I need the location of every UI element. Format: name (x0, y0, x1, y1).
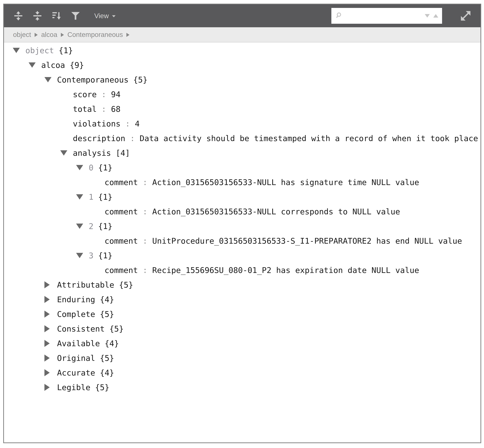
tree-row: description : Data activity should be ti… (4, 131, 480, 146)
tree-row: 3{1} (4, 248, 480, 263)
node-key: Available (57, 339, 100, 348)
node-value: UnitProcedure_03156503156533-S_I1-PREPAR… (152, 236, 462, 246)
expand-node-icon (44, 311, 50, 318)
node-value: Action_03156503156533-NULL has signature… (152, 178, 419, 187)
tree-row: 2{1} (4, 219, 480, 233)
search-next-icon[interactable] (425, 14, 430, 18)
node-count: {1} (98, 251, 113, 260)
node-key: Complete (57, 310, 95, 319)
collapse-node-toggle[interactable] (76, 224, 89, 229)
tree-row: object{1} (4, 43, 480, 58)
key-value-separator: : (138, 178, 152, 187)
breadcrumb-item-contemporaneous[interactable]: Contemporaneous (67, 31, 123, 39)
expand-node-toggle[interactable] (44, 384, 57, 391)
tree-row: alcoa{9} (4, 58, 480, 72)
node-key: object (25, 46, 54, 55)
node-key: total (73, 104, 97, 114)
expand-all-button[interactable] (14, 10, 23, 21)
expand-node-toggle[interactable] (44, 311, 57, 318)
collapse-node-toggle[interactable] (76, 194, 89, 200)
collapse-node-toggle[interactable] (76, 253, 89, 258)
tree-row: 1{1} (4, 190, 480, 204)
node-count: [4] (116, 148, 130, 158)
chevron-down-icon (112, 15, 115, 17)
collapse-node-toggle[interactable] (29, 62, 41, 68)
node-key: Consistent (57, 324, 105, 333)
node-count: {5} (100, 310, 114, 319)
tree-row: Accurate{4} (4, 365, 480, 380)
search-input[interactable] (343, 8, 425, 23)
fullscreen-button[interactable] (459, 9, 472, 23)
expand-node-icon (44, 384, 50, 391)
node-key: score (73, 90, 97, 99)
breadcrumb-separator-icon (61, 33, 64, 37)
filter-button[interactable] (71, 10, 80, 21)
search-box (331, 8, 442, 24)
expand-node-icon (44, 340, 50, 347)
node-key: 1 (89, 192, 94, 202)
key-value-separator: : (138, 266, 152, 275)
search-previous-icon[interactable] (433, 14, 438, 18)
node-key: Accurate (57, 368, 95, 377)
expand-all-icon (14, 11, 23, 21)
node-key: Legible (57, 383, 90, 392)
collapse-all-button[interactable] (33, 10, 42, 21)
node-key: violations (73, 119, 121, 128)
node-count: {5} (119, 280, 133, 289)
filter-icon (71, 11, 80, 21)
sort-button[interactable] (52, 10, 61, 21)
tree-row: total : 68 (4, 102, 480, 116)
node-key: description (73, 134, 125, 143)
collapse-node-icon (76, 194, 83, 200)
tree-row: Available{4} (4, 336, 480, 351)
breadcrumb-item-alcoa[interactable]: alcoa (41, 31, 57, 39)
breadcrumb-separator-icon (35, 33, 38, 37)
tree-row: Consistent{5} (4, 321, 480, 336)
node-value: Data activity should be timestamped with… (139, 134, 478, 143)
expand-node-icon (44, 369, 50, 376)
collapse-node-toggle[interactable] (13, 48, 25, 53)
node-value: Action_03156503156533-NULL corresponds t… (152, 207, 400, 216)
expand-node-toggle[interactable] (44, 296, 57, 303)
node-key: analysis (73, 148, 111, 158)
node-key: Contemporaneous (57, 75, 129, 84)
json-tree: object{1}alcoa{9}Contemporaneous{5}score… (4, 42, 480, 395)
view-menu-button[interactable]: View (93, 12, 116, 20)
node-count: {5} (100, 353, 114, 363)
node-count: {1} (98, 192, 113, 202)
expand-node-toggle[interactable] (44, 281, 57, 288)
node-key: comment (105, 178, 138, 187)
expand-node-toggle[interactable] (44, 325, 57, 332)
tree-row: score : 94 (4, 87, 480, 102)
tree-row: Attributable{5} (4, 278, 480, 292)
node-value: 94 (111, 90, 121, 99)
node-count: {4} (100, 295, 114, 304)
toolbar: View (4, 4, 480, 27)
collapse-node-toggle[interactable] (44, 77, 57, 82)
node-count: {1} (59, 46, 73, 55)
expand-node-icon (44, 354, 50, 361)
collapse-node-icon (76, 165, 83, 170)
expand-node-icon (44, 296, 50, 303)
key-value-separator: : (125, 134, 140, 143)
sort-icon (52, 11, 61, 21)
tree-row: comment : Action_03156503156533-NULL cor… (4, 204, 480, 219)
collapse-node-icon (13, 48, 20, 53)
node-key: Attributable (57, 280, 114, 289)
json-editor-widget: View objectalcoaContemporaneous object{1… (3, 4, 481, 443)
tree-row: comment : Action_03156503156533-NULL has… (4, 175, 480, 190)
node-key: comment (105, 266, 138, 275)
key-value-separator: : (121, 119, 135, 128)
search-icon (335, 11, 343, 20)
expand-node-toggle[interactable] (44, 354, 57, 361)
expand-node-toggle[interactable] (44, 369, 57, 376)
breadcrumb: objectalcoaContemporaneous (4, 27, 480, 42)
expand-node-toggle[interactable] (44, 340, 57, 347)
node-key: comment (105, 236, 138, 246)
collapse-node-toggle[interactable] (76, 165, 89, 170)
tree-row: Legible{5} (4, 380, 480, 395)
expand-node-icon (44, 281, 50, 288)
collapse-node-toggle[interactable] (60, 150, 73, 156)
breadcrumb-item-object[interactable]: object (13, 31, 31, 39)
collapse-all-icon (33, 11, 42, 21)
